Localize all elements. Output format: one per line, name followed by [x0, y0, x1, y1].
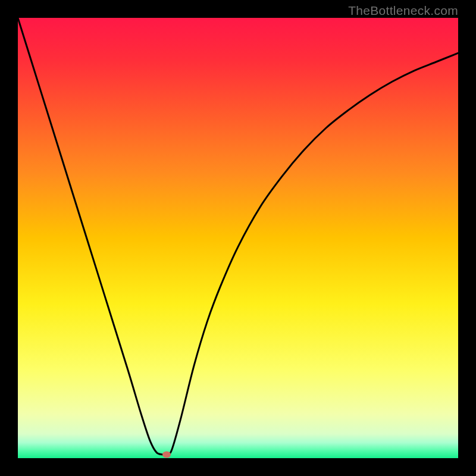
plot-area: [18, 18, 458, 458]
bottleneck-curve: [18, 18, 458, 455]
chart-container: TheBottleneck.com: [0, 0, 476, 476]
watermark-text: TheBottleneck.com: [348, 4, 458, 18]
optimal-point-marker: [162, 452, 171, 458]
curve-layer: [18, 18, 458, 458]
